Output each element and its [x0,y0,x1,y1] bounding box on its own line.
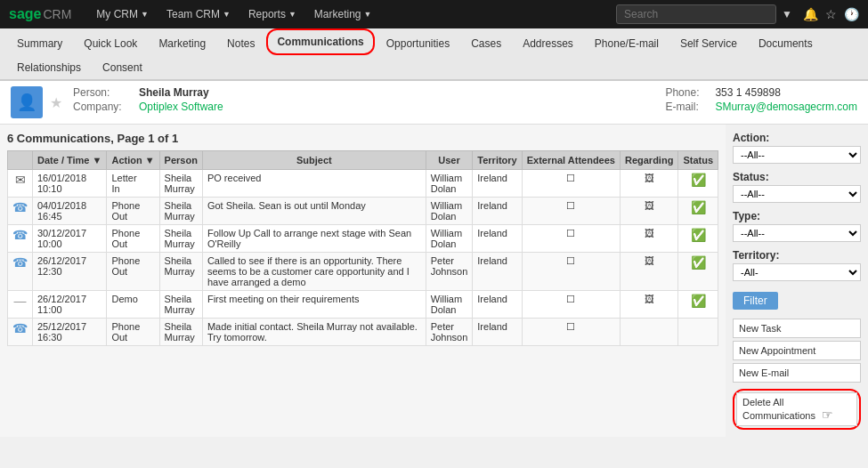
new-task-button[interactable]: New Task [733,319,861,338]
tab-summary[interactable]: Summary [7,31,72,55]
row-subject[interactable]: PO received [202,170,426,198]
email-value[interactable]: SMurray@demosagecrm.com [715,101,857,113]
person-name[interactable]: Sheila Murray [139,86,209,99]
col-status[interactable]: Status [678,151,718,170]
row-user: WilliamDolan [426,291,473,319]
new-appointment-button[interactable]: New Appointment [733,341,861,360]
row-regarding: 🖼 [620,198,677,225]
col-datetime[interactable]: Date / Time ▼ [33,151,107,170]
tab-marketing[interactable]: Marketing [149,31,215,55]
team-crm-nav[interactable]: Team CRM ▼ [159,4,238,24]
row-person[interactable]: SheilaMurray [159,170,202,198]
row-person[interactable]: SheilaMurray [159,253,202,291]
row-action: PhoneOut [107,253,159,291]
row-action: PhoneOut [107,198,159,225]
row-territory: Ireland [473,170,522,198]
logo-sage: sage [9,6,41,22]
reports-nav[interactable]: Reports ▼ [241,4,304,24]
status-filter-select[interactable]: --All-- [733,185,861,203]
row-icon: — [8,291,33,319]
territory-filter-select[interactable]: -All- [733,263,861,281]
chevron-down-icon: ▼ [141,10,149,19]
tab-opportunities[interactable]: Opportunities [377,31,459,55]
tab-self-service[interactable]: Self Service [670,31,747,55]
tab-addresses[interactable]: Addresses [513,31,583,55]
sidebar-action-section: Action: --All-- [733,132,861,164]
col-territory[interactable]: Territory [473,151,522,170]
row-icon: ✉ [8,170,33,198]
row-regarding: 🖼 [620,170,677,198]
chevron-down-icon: ▼ [288,10,296,19]
phone-label: Phone: [665,86,710,99]
filter-button[interactable]: Filter [733,292,778,310]
content-area: 6 Communications, Page 1 of 1 Date / Tim… [0,125,726,437]
col-person[interactable]: Person [159,151,202,170]
row-date: 04/01/201816:45 [33,198,107,225]
tab-relationships[interactable]: Relationships [7,55,91,79]
tab-quick-look[interactable]: Quick Look [74,31,147,55]
action-filter-select[interactable]: --All-- [733,146,861,164]
col-user[interactable]: User [426,151,473,170]
my-crm-nav[interactable]: My CRM ▼ [89,4,156,24]
sidebar-status-section: Status: --All-- [733,171,861,203]
person-details: Person: Sheila Murray Company: Optiplex … [73,86,658,115]
search-bar: ▼ [616,4,792,24]
marketing-nav[interactable]: Marketing ▼ [307,4,379,24]
row-person[interactable]: SheilaMurray [159,291,202,319]
search-input[interactable] [616,4,776,24]
type-filter-select[interactable]: --All-- [733,224,861,242]
row-date: 26/12/201712:30 [33,253,107,291]
row-subject[interactable]: Follow Up Call to arrange next stage wit… [202,225,426,253]
row-territory: Ireland [473,319,522,346]
company-name[interactable]: Optiplex Software [139,101,223,113]
row-person[interactable]: SheilaMurray [159,225,202,253]
row-subject[interactable]: Got Sheila. Sean is out until Monday [202,198,426,225]
row-user: WilliamDolan [426,198,473,225]
logo-crm: CRM [43,7,71,21]
favorite-star-icon[interactable]: ★ [50,94,62,111]
row-external: ☐ [522,291,620,319]
row-external: ☐ [522,253,620,291]
row-subject[interactable]: Made initial contact. Sheila Murray not … [202,319,426,346]
tab-phone-email[interactable]: Phone/E-mail [585,31,669,55]
clock-icon[interactable]: 🕐 [844,7,859,21]
tab-consent[interactable]: Consent [93,55,152,79]
email-label: E-mail: [665,101,710,113]
sidebar: Action: --All-- Status: --All-- Type: --… [726,125,868,437]
star-icon[interactable]: ☆ [825,7,837,21]
bell-icon[interactable]: 🔔 [803,7,818,21]
row-user: WilliamDolan [426,225,473,253]
delete-all-button[interactable]: Delete All Communications ☞ [736,392,857,426]
row-icon: ☎ [8,198,33,225]
row-regarding [620,319,677,346]
row-status: ✅ [678,291,718,319]
tab-bar: Summary Quick Look Marketing Notes Commu… [0,28,868,81]
row-icon: ☎ [8,253,33,291]
new-email-button[interactable]: New E-mail [733,363,861,383]
table-row: ☎ 25/12/201716:30 PhoneOut SheilaMurray … [8,319,718,346]
col-action[interactable]: Action ▼ [107,151,159,170]
row-action: LetterIn [107,170,159,198]
row-date: 30/12/201710:00 [33,225,107,253]
col-subject[interactable]: Subject [202,151,426,170]
tab-cases[interactable]: Cases [461,31,511,55]
col-icon [8,151,33,170]
type-filter-label: Type: [733,210,861,222]
tab-documents[interactable]: Documents [749,31,823,55]
row-person[interactable]: SheilaMurray [159,319,202,346]
row-icon: ☎ [8,225,33,253]
row-person[interactable]: SheilaMurray [159,198,202,225]
row-status: ✅ [678,253,718,291]
row-subject[interactable]: Called to see if there is an opportunity… [202,253,426,291]
col-external[interactable]: External Attendees [522,151,620,170]
tab-notes[interactable]: Notes [217,31,264,55]
cursor-icon: ☞ [822,407,833,422]
page-title: 6 Communications, Page 1 of 1 [7,132,718,145]
col-regarding[interactable]: Regarding [620,151,677,170]
row-user: PeterJohnson [426,253,473,291]
tab-communications[interactable]: Communications [266,28,374,55]
chevron-down-icon: ▼ [364,10,372,19]
phone-value: 353 1 459898 [715,86,780,99]
row-subject[interactable]: First meeting on their requirements [202,291,426,319]
territory-filter-label: Territory: [733,249,861,262]
